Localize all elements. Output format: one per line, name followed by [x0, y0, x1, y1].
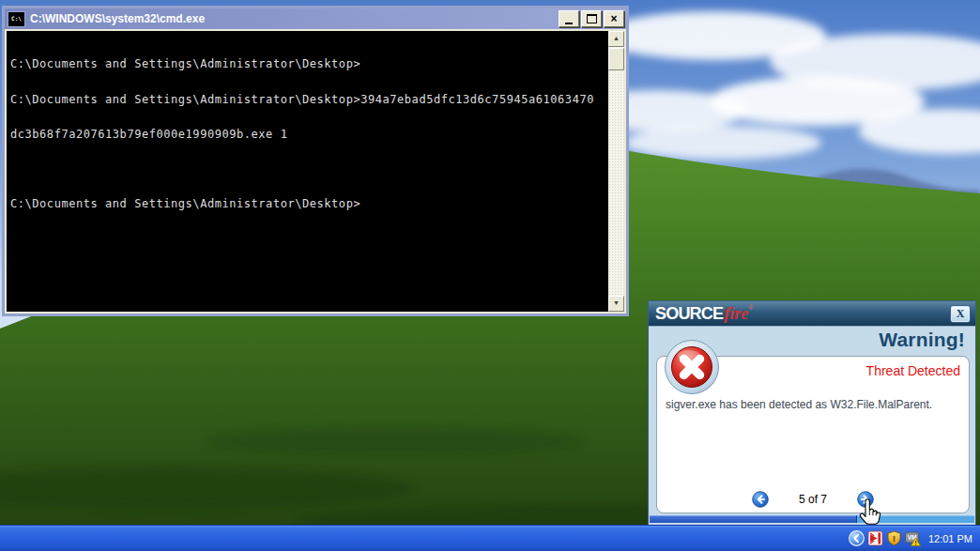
shield-exclamation: !	[893, 534, 896, 543]
scroll-down-icon: ▼	[613, 299, 620, 306]
console-line: C:\Documents and Settings\Administrator\…	[10, 198, 608, 210]
warning-title: Warning!	[879, 329, 965, 351]
pager-nav: 5 of 7	[657, 491, 969, 508]
popup-close-button[interactable]: X	[950, 305, 971, 323]
maximize-button[interactable]	[581, 10, 602, 27]
cmd-titlebar[interactable]: C:\ C:\WINDOWS\system32\cmd.exe ×	[5, 8, 626, 29]
scrollbar-track[interactable]	[608, 70, 624, 296]
close-button[interactable]: ×	[604, 10, 624, 27]
sourcefire-warning-popup[interactable]: SOURCEfire® X Warning! Threat Detected s…	[648, 300, 976, 526]
popup-progress-bar	[650, 515, 974, 523]
sourcefire-tray-icon[interactable]	[867, 530, 883, 546]
console-icon: C:\	[8, 11, 25, 27]
console-line: dc3b68f7a207613b79ef000e1990909b.exe 1	[10, 129, 608, 141]
minimize-button[interactable]	[559, 10, 579, 27]
console-line	[10, 164, 608, 175]
scrollbar-thumb[interactable]	[608, 48, 624, 70]
scroll-up-button[interactable]: ▲	[608, 31, 624, 47]
threat-status: Threat Detected	[866, 363, 960, 378]
system-tray: ! VM ! 12:01 PM	[845, 526, 980, 551]
console-line: C:\Documents and Settings\Administrator\…	[10, 94, 608, 106]
cmd-window[interactable]: C:\ C:\WINDOWS\system32\cmd.exe × C:\Doc…	[2, 6, 629, 316]
popup-titlebar[interactable]: SOURCEfire® X	[649, 301, 975, 327]
console-line: C:\Documents and Settings\Administrator\…	[10, 58, 608, 70]
collapse-chevron-icon[interactable]	[849, 530, 865, 546]
pager-label: 5 of 7	[799, 493, 827, 506]
console-output[interactable]: C:\Documents and Settings\Administrator\…	[7, 31, 608, 312]
taskbar-clock: 12:01 PM	[928, 533, 972, 544]
cmd-body: C:\Documents and Settings\Administrator\…	[5, 29, 626, 314]
error-icon	[664, 339, 720, 395]
cmd-window-title: C:\WINDOWS\system32\cmd.exe	[30, 12, 557, 25]
logo-text-fire: fire	[724, 304, 748, 323]
close-icon: ×	[610, 13, 617, 24]
taskbar: ! VM ! 12:01 PM	[0, 525, 980, 551]
security-shield-icon[interactable]: !	[886, 530, 902, 546]
scroll-down-button[interactable]: ▼	[608, 296, 624, 312]
minimize-icon	[565, 23, 573, 24]
registered-mark: ®	[748, 304, 753, 311]
desktop: C:\ C:\WINDOWS\system32\cmd.exe × C:\Doc…	[0, 0, 980, 551]
sourcefire-logo: SOURCEfire®	[655, 304, 753, 324]
logo-text-source: SOURCE	[655, 304, 723, 323]
console-scrollbar[interactable]: ▲ ▼	[608, 31, 624, 312]
maximize-icon	[587, 14, 597, 23]
next-button[interactable]	[857, 491, 874, 508]
vm-warning-mark: !	[914, 540, 916, 546]
threat-message: sigver.exe has been detected as W32.File…	[666, 398, 963, 411]
prev-button[interactable]	[752, 491, 769, 508]
scroll-up-icon: ▲	[613, 35, 620, 41]
popup-progress-fill	[650, 515, 857, 523]
vmware-tools-icon[interactable]: VM !	[905, 530, 921, 546]
